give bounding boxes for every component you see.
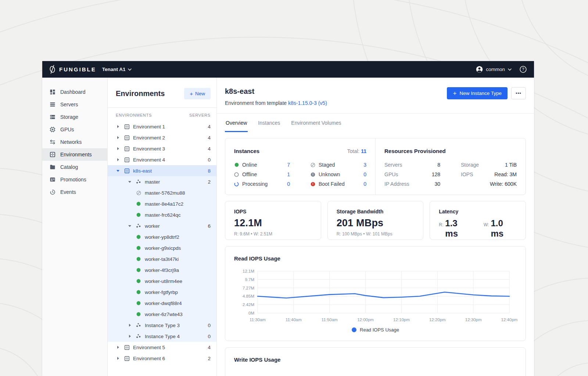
status-online-icon — [136, 202, 141, 206]
tree-node-label: Environment 3 — [133, 146, 165, 152]
tree-row-worker-4f3crj9a[interactable]: worker-4f3crj9a — [108, 265, 216, 276]
caret-down-icon[interactable] — [128, 225, 132, 227]
tree-row-master-frc624qc[interactable]: master-frc624qc — [108, 209, 216, 220]
tree-node-label: worker-6z7wte43 — [145, 312, 183, 317]
user-menu[interactable]: common — [476, 66, 512, 73]
servers-column-header: SERVERS — [189, 113, 211, 117]
tree-row-worker[interactable]: worker6 — [108, 220, 216, 231]
sidebar-item-gpus[interactable]: GPUs — [42, 123, 107, 136]
environment-icon — [124, 124, 130, 130]
status-count[interactable]: 0 — [287, 181, 290, 187]
caret-right-icon[interactable] — [128, 335, 132, 338]
resource-row-ip-address: IP Address30 — [384, 179, 440, 189]
caret-right-icon[interactable] — [116, 147, 120, 150]
tree-row-environment-3[interactable]: Environment 34 — [108, 143, 216, 154]
sidebar-item-label: GPUs — [60, 127, 74, 132]
sidebar-item-catalog[interactable]: Catalog — [42, 161, 107, 173]
tree-node-label: Instance Type 4 — [145, 334, 180, 339]
status-online-icon — [136, 290, 141, 294]
events-icon — [50, 189, 55, 195]
sidebar-item-promotions[interactable]: Promotions — [42, 173, 107, 186]
status-count[interactable]: 0 — [363, 181, 366, 187]
status-label: Staged — [319, 162, 335, 168]
tab-instances[interactable]: Instances — [257, 114, 281, 132]
tree-row-environment-5[interactable]: Environment 54 — [108, 342, 216, 353]
help-icon[interactable]: ? — [520, 66, 527, 73]
environment-icon — [124, 345, 130, 350]
status-label: Processing — [242, 181, 268, 187]
caret-right-icon[interactable] — [116, 125, 120, 128]
chart-legend: Read IOPS Usage — [234, 326, 517, 336]
status-count[interactable]: 7 — [287, 162, 290, 168]
tenant-selector[interactable]: Tenant A1 — [102, 67, 132, 72]
tree-row-worker-6z7wte43[interactable]: worker-6z7wte43 — [108, 309, 216, 320]
status-count[interactable]: 0 — [363, 171, 366, 177]
server-count: 0 — [208, 157, 211, 163]
caret-right-icon[interactable] — [116, 158, 120, 161]
caret-right-icon[interactable] — [116, 136, 120, 139]
tree-row-worker-ut8rm4ee[interactable]: worker-ut8rm4ee — [108, 276, 216, 287]
svg-text:!: ! — [312, 182, 313, 186]
caret-down-icon[interactable] — [116, 170, 120, 172]
resource-row-servers: Servers8 — [384, 160, 440, 170]
sidebar-item-dashboard[interactable]: Dashboard — [42, 86, 107, 98]
latency-value: 1.3 ms — [445, 218, 471, 239]
tree-node-label: master-5762mu88 — [145, 190, 185, 196]
more-actions-button[interactable]: ••• — [511, 87, 526, 99]
instance-type-icon — [136, 223, 141, 228]
caret-down-icon[interactable] — [128, 181, 132, 183]
read-iops-card: Read IOPS Usage 12.1M9.7M7.27M4.85M2.42M… — [225, 246, 526, 341]
resource-label: Storage — [461, 162, 479, 168]
tree-row-k8s-east[interactable]: k8s-east8 — [108, 165, 216, 176]
caret-right-icon[interactable] — [128, 324, 132, 327]
tree-row-worker-dwqf88r4[interactable]: worker-dwqf88r4 — [108, 298, 216, 309]
tree-list-header: ENVIRONMENTS SERVERS — [108, 108, 216, 121]
tree-row-master[interactable]: master2 — [108, 176, 216, 187]
resource-value: 30 — [434, 181, 440, 187]
tree-row-environment-2[interactable]: Environment 24 — [108, 132, 216, 143]
status-count[interactable]: 3 — [363, 162, 366, 168]
tab-overview[interactable]: Overview — [225, 114, 248, 132]
tree-row-master-5762mu88[interactable]: master-5762mu88 — [108, 187, 216, 198]
server-count: 4 — [208, 146, 211, 152]
caret-right-icon[interactable] — [116, 357, 120, 360]
status-online-icon — [136, 257, 141, 261]
new-instance-type-button[interactable]: + New Instance Type — [447, 87, 508, 99]
resource-row-storage: Storage1 TiB — [461, 160, 517, 170]
instances-total-value[interactable]: 11 — [361, 148, 366, 154]
resource-label: IOPS — [461, 171, 473, 177]
tree-node-label: Environment 1 — [133, 124, 165, 130]
tab-environment-volumes[interactable]: Environment Volumes — [290, 114, 342, 132]
tree-row-instance-type-4[interactable]: Instance Type 40 — [108, 331, 216, 342]
environments-panel: Environments + New ENVIRONMENTS SERVERS … — [108, 78, 217, 376]
sidebar-item-storage[interactable]: Storage — [42, 111, 107, 123]
status-boot-failed-icon: ! — [311, 182, 315, 187]
resource-label: IP Address — [384, 181, 409, 187]
caret-right-icon[interactable] — [116, 346, 120, 349]
sidebar-item-servers[interactable]: Servers — [42, 98, 107, 111]
status-count[interactable]: 1 — [287, 171, 290, 177]
tree-row-worker-yp8dtrf2[interactable]: worker-yp8dtrf2 — [108, 231, 216, 242]
tree-row-environment-4[interactable]: Environment 40 — [108, 154, 216, 165]
tree-row-worker-ta3t47ki[interactable]: worker-ta3t47ki — [108, 253, 216, 265]
plus-icon: + — [190, 91, 193, 96]
server-count: 4 — [208, 345, 211, 350]
new-environment-button[interactable]: + New — [184, 88, 211, 99]
tree-node-label: Instance Type 3 — [145, 323, 180, 328]
sidebar-item-events[interactable]: Events — [42, 186, 107, 198]
tree-row-instance-type-3[interactable]: Instance Type 30 — [108, 320, 216, 331]
sidebar-item-networks[interactable]: Networks — [42, 136, 107, 148]
tree-node-label: worker-yp8dtrf2 — [145, 234, 179, 240]
template-link[interactable]: k8s-1.15.0-3 (v5) — [288, 100, 327, 106]
tree-row-worker-g9xicpds[interactable]: worker-g9xicpds — [108, 242, 216, 253]
plus-icon: + — [453, 90, 456, 96]
tree-row-environment-6[interactable]: Environment 62 — [108, 353, 216, 364]
tree-row-worker-fgtfyrbp[interactable]: worker-fgtfyrbp — [108, 287, 216, 298]
sidebar-item-environments[interactable]: Environments — [42, 148, 107, 161]
metric-value: 201 MBps — [337, 217, 415, 229]
tree-row-master-8e4a17c2[interactable]: master-8e4a17c2 — [108, 198, 216, 209]
sidebar-item-label: Networks — [60, 139, 82, 145]
svg-text:11:50am: 11:50am — [322, 318, 338, 322]
svg-text:12.1M: 12.1M — [243, 269, 254, 273]
tree-row-environment-1[interactable]: Environment 14 — [108, 121, 216, 132]
